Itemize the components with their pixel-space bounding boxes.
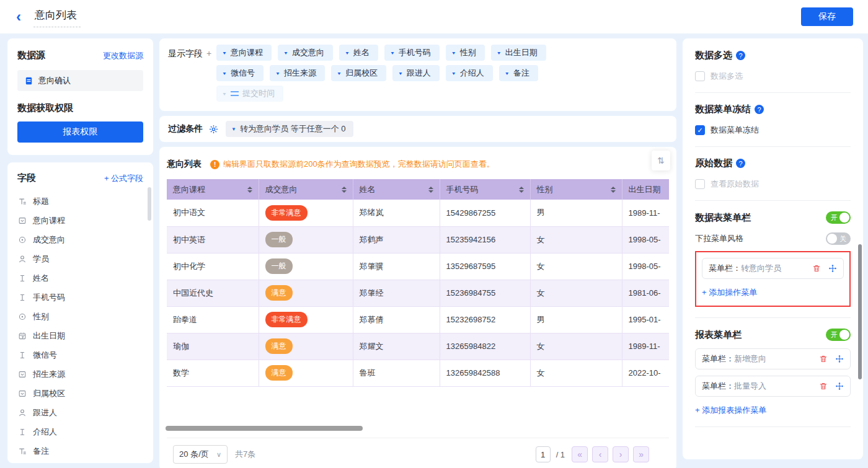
display-field-chip[interactable]: ▼手机号码 [384, 45, 440, 61]
table-cell: 132659842588 [440, 360, 530, 386]
field-item[interactable]: 标题 [17, 192, 143, 211]
dropdown-style-toggle[interactable]: 关 [826, 232, 851, 245]
table-menu-toggle[interactable]: 开 [826, 211, 851, 224]
cell-text: 女 [537, 342, 545, 351]
settings-scrollbar[interactable] [858, 244, 862, 379]
field-item-label: 跟进人 [33, 407, 57, 418]
menu-bar-item[interactable]: 菜单栏：转意向学员 [702, 258, 844, 279]
field-item[interactable]: 出生日期 [17, 326, 143, 345]
column-header[interactable]: 姓名 [353, 179, 440, 200]
formula-field-link[interactable]: + 公式字段 [104, 173, 143, 184]
field-item[interactable]: 归属校区 [17, 384, 143, 403]
data-table: 意向课程成交意向姓名手机号码性别出生日期 初中语文非常满意郑绪岚15429867… [167, 179, 669, 387]
display-field-chip[interactable]: ▼意向课程 [216, 45, 272, 61]
menu-bar-item[interactable]: 菜单栏：新增意向 [695, 348, 851, 369]
field-item[interactable]: 招生来源 [17, 364, 143, 384]
add-field-icon[interactable]: + [206, 48, 211, 58]
display-field-chip[interactable]: ▼出生日期 [491, 45, 546, 61]
report-menu-title: 报表菜单栏 [695, 329, 742, 341]
page-size-select[interactable]: 20 条/页 ∨ [173, 445, 228, 464]
field-item[interactable]: 介绍人 [17, 422, 143, 441]
prev-page-button[interactable]: ‹ [592, 446, 608, 462]
field-item[interactable]: 意向课程 [17, 211, 143, 230]
next-page-button[interactable]: › [613, 446, 629, 462]
column-header[interactable]: 出生日期 [622, 179, 669, 200]
display-field-chip[interactable]: ▼招生来源 [270, 65, 325, 81]
display-field-chip[interactable]: ▼介绍人 [446, 65, 493, 81]
field-item[interactable]: 微信号 [17, 345, 143, 364]
column-header[interactable]: 性别 [530, 179, 622, 200]
save-button[interactable]: 保存 [801, 7, 853, 26]
delete-icon[interactable] [812, 264, 821, 273]
text-icon [17, 274, 27, 283]
column-header-label: 姓名 [360, 184, 376, 195]
table-row: 瑜伽满意郑耀文13265984822女1989-11- [167, 333, 669, 360]
delete-icon[interactable] [819, 355, 828, 363]
checkbox-checked-icon[interactable]: ✓ [695, 125, 705, 135]
add-report-menu-link[interactable]: + 添加报表操作菜单 [695, 405, 766, 416]
move-icon[interactable] [835, 355, 844, 363]
table-cell: 女 [530, 253, 622, 280]
chevron-down-icon: ▼ [222, 91, 227, 96]
sort-toggle-button[interactable]: ⇅ [652, 151, 670, 170]
menu-bar-item[interactable]: 菜单栏：批量导入 [695, 376, 851, 397]
add-action-menu-link[interactable]: + 添加操作菜单 [702, 287, 757, 298]
person-icon [17, 408, 27, 417]
table-cell: 初中语文 [167, 200, 259, 226]
display-field-chip[interactable]: ▼姓名 [339, 45, 378, 61]
field-item[interactable]: 跟进人 [17, 403, 143, 422]
field-item[interactable]: 性别 [17, 307, 143, 326]
chip-row: ▼微信号▼招生来源▼归属校区▼跟进人▼介绍人▼备注 [216, 65, 668, 81]
field-item[interactable]: 学员 [17, 249, 143, 268]
table-cell: 中国近代史 [167, 280, 259, 306]
raw-data-checkbox-row[interactable]: 查看原始数据 [695, 179, 851, 190]
display-field-chip[interactable]: ▼备注 [499, 65, 538, 81]
current-page-input[interactable]: 1 [536, 446, 551, 462]
display-field-chip[interactable]: ▼归属校区 [331, 65, 386, 81]
field-item[interactable]: 已报名交费 [17, 461, 143, 463]
checkbox-unchecked-icon[interactable] [695, 179, 705, 189]
sort-icon[interactable] [519, 187, 524, 193]
display-field-chip[interactable]: ▼性别 [446, 45, 485, 61]
field-item[interactable]: 备注 [17, 441, 143, 461]
page-title[interactable]: 意向列表 [33, 7, 81, 27]
last-page-button[interactable]: » [633, 446, 649, 462]
field-item[interactable]: 手机号码 [17, 288, 143, 307]
sort-icon[interactable] [342, 187, 347, 193]
datasource-item[interactable]: 意向确认 [17, 70, 143, 91]
display-field-chip[interactable]: ▼成交意向 [278, 45, 333, 61]
field-item[interactable]: 姓名 [17, 268, 143, 288]
column-header[interactable]: 意向课程 [167, 179, 259, 200]
help-icon[interactable]: ? [736, 51, 745, 60]
gear-icon[interactable] [209, 125, 218, 134]
multi-select-checkbox-row[interactable]: 数据多选 [695, 71, 851, 82]
move-icon[interactable] [835, 382, 844, 391]
report-menu-toggle[interactable]: 开 [826, 329, 851, 341]
horizontal-scrollbar[interactable] [166, 426, 363, 431]
filter-condition-chip[interactable]: ▼ 转为意向学员 等于任意一个 0 [226, 121, 353, 137]
menu-freeze-checkbox-row[interactable]: ✓ 数据菜单冻结 [695, 125, 851, 136]
field-item[interactable]: 成交意向 [17, 230, 143, 249]
delete-icon[interactable] [819, 382, 828, 391]
disabled-field-chip[interactable]: ▼提交时间 [216, 86, 283, 102]
divider [695, 426, 851, 427]
help-icon[interactable]: ? [736, 159, 745, 168]
table-row: 初中语文非常满意郑绪岚15429867255男1989-11- [167, 200, 669, 226]
report-permission-button[interactable]: 报表权限 [17, 121, 143, 143]
sort-icon[interactable] [611, 187, 616, 193]
help-icon[interactable]: ? [755, 105, 764, 114]
first-page-button[interactable]: « [572, 446, 588, 462]
back-icon[interactable]: ‹ [16, 9, 21, 24]
fields-scrollbar[interactable] [148, 187, 151, 221]
display-field-chip[interactable]: ▼跟进人 [392, 65, 440, 81]
sort-icon[interactable] [247, 187, 252, 193]
checkbox-unchecked-icon[interactable] [695, 71, 705, 81]
field-item-label: 出生日期 [33, 330, 65, 342]
column-header[interactable]: 手机号码 [440, 179, 530, 200]
move-icon[interactable] [828, 264, 837, 273]
sort-icon[interactable] [428, 187, 433, 193]
change-datasource-link[interactable]: 更改数据源 [103, 50, 143, 61]
permission-title: 数据获取权限 [17, 102, 143, 114]
column-header[interactable]: 成交意向 [259, 179, 353, 200]
display-field-chip[interactable]: ▼微信号 [216, 65, 264, 81]
